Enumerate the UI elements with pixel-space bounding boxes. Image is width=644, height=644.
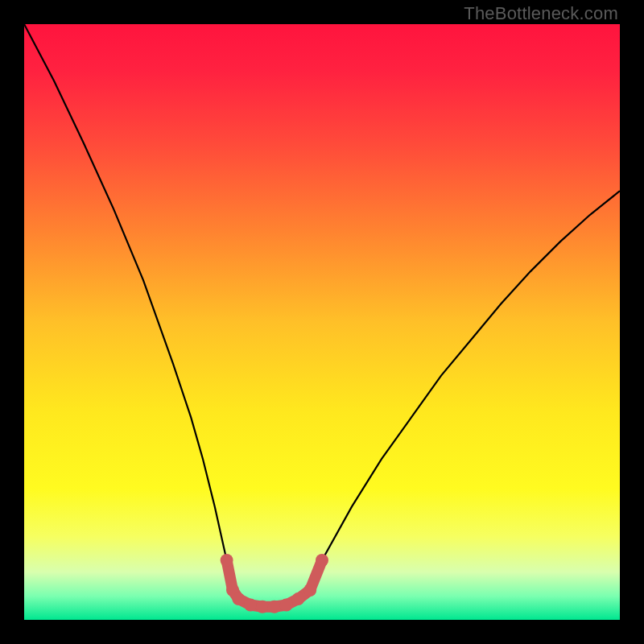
- curve-dot: [221, 554, 233, 567]
- watermark-text: TheBottleneck.com: [464, 3, 618, 24]
- bottleneck-curve: [24, 24, 620, 607]
- curve-dot: [256, 601, 269, 613]
- plot-area: [24, 24, 620, 620]
- curve-dot: [232, 592, 245, 605]
- figure-frame: TheBottleneck.com: [0, 0, 644, 644]
- curve-dot: [316, 554, 328, 567]
- curve-svg: [24, 24, 620, 620]
- curve-dot: [303, 584, 316, 597]
- curve-dot: [268, 601, 281, 613]
- curve-dot: [244, 599, 257, 612]
- curve-dot: [291, 592, 304, 605]
- curve-dot: [280, 599, 293, 612]
